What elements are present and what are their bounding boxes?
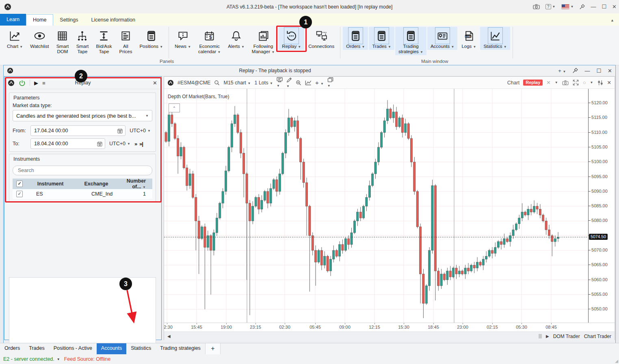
- bottom-tab-trading-strategies[interactable]: Trading strategies: [156, 343, 205, 354]
- ribbon-button-smart-tape[interactable]: Smart Tape: [73, 27, 92, 55]
- close-window-icon[interactable]: ✕: [608, 68, 612, 74]
- minimize-window-icon[interactable]: —: [584, 68, 590, 74]
- to-timezone-select[interactable]: UTC+0▼: [108, 140, 132, 148]
- to-date-field[interactable]: [30, 138, 105, 149]
- language-flag-button[interactable]: ▼: [561, 4, 574, 9]
- collapsed-indicator-box[interactable]: ⌃: [169, 103, 180, 112]
- search-icon[interactable]: [214, 80, 220, 86]
- instrument-row-es[interactable]: ✓ESCME_Ind1: [13, 189, 152, 199]
- chevron-down-icon[interactable]: ▼: [590, 81, 593, 84]
- ribbon-button-orders[interactable]: Orders ▼: [343, 27, 368, 50]
- time-axis[interactable]: 12:3015:4519:0023:1502:3005:4509:0012:15…: [164, 323, 615, 332]
- dom-trader-tab[interactable]: DOM Trader: [553, 334, 580, 339]
- search-input[interactable]: [17, 167, 148, 174]
- chart-plot-area[interactable]: Depth Of Market(Bars, True) ⌃: [164, 89, 589, 323]
- pin-window-button[interactable]: [579, 4, 585, 10]
- ribbon-button-news[interactable]: News ▼: [171, 27, 194, 50]
- layout-templates-button[interactable]: ▼: [327, 77, 333, 88]
- scroll-left-icon[interactable]: ◀: [167, 334, 171, 338]
- ribbon-button-connections[interactable]: Connections: [305, 27, 338, 50]
- grid-icon: [56, 28, 69, 43]
- column-header-number[interactable]: Number of... ▼: [118, 178, 152, 190]
- ribbon-button-statistics[interactable]: Statistics ▼: [480, 27, 510, 50]
- ribbon-button-replay[interactable]: Replay ▼: [279, 27, 304, 50]
- chart-symbol[interactable]: #ESM4@CME: [177, 80, 210, 86]
- skip-to-end-icon[interactable]: »|: [139, 141, 143, 147]
- candlestick-chart[interactable]: [164, 89, 589, 323]
- ribbon-button-alerts[interactable]: Alerts ▼: [225, 27, 248, 50]
- zoom-in-icon[interactable]: [296, 80, 301, 86]
- time-tick: 05:45: [310, 325, 321, 330]
- time-tick: 12:15: [369, 325, 380, 330]
- column-header-exchange[interactable]: Exchange: [74, 181, 118, 187]
- close-button[interactable]: ✕: [612, 4, 617, 10]
- drawing-tools-button[interactable]: ▼: [286, 77, 292, 88]
- screenshot-camera-icon[interactable]: [533, 4, 540, 9]
- bottom-tab-statistics[interactable]: Statistics: [126, 343, 156, 354]
- from-date-field[interactable]: [30, 125, 126, 136]
- bottom-tab-positions-active[interactable]: Positions - Active: [49, 343, 97, 354]
- ribbon-button-bid-ask-tape[interactable]: Bid/Ask Tape: [93, 27, 115, 55]
- from-timezone-select[interactable]: UTC+0▼: [128, 127, 152, 135]
- lots-select[interactable]: 1 Lots ▼: [254, 80, 273, 86]
- ribbon-tab-settings[interactable]: Settings: [53, 15, 84, 26]
- bottom-tab-accounts[interactable]: Accounts: [97, 343, 126, 354]
- ribbon-button-positions[interactable]: Positions ▼: [136, 27, 166, 50]
- row-checkbox[interactable]: ✓: [16, 191, 23, 197]
- feed-source-status: Feed Source: Offline: [64, 356, 110, 362]
- resize-grip[interactable]: ◢: [615, 359, 618, 363]
- ribbon-button-logs[interactable]: LOGLogs ▼: [458, 27, 479, 50]
- ribbon-button-all-prices[interactable]: All Prices: [116, 27, 135, 55]
- ribbon-button-accounts[interactable]: Accounts ▼: [427, 27, 457, 50]
- bottom-tab-orders[interactable]: Orders: [0, 343, 24, 354]
- minimize-button[interactable]: —: [591, 4, 596, 10]
- column-header-instrument[interactable]: Instrument: [26, 181, 74, 187]
- help-button[interactable]: ?▼: [545, 4, 555, 9]
- replay-panel: ▶ ■ Replay ✕ Parameters Market data type…: [4, 76, 162, 340]
- indicators-icon[interactable]: [305, 80, 312, 86]
- ribbon-button-chart[interactable]: Chart ▼: [4, 27, 26, 50]
- ribbon-button-economic-calendar[interactable]: $Economic calendar ▼: [195, 27, 224, 55]
- connection-dropdown-icon[interactable]: ▼: [57, 358, 60, 361]
- price-axis[interactable]: 5120.005115.005110.005105.005100.005095.…: [589, 89, 615, 323]
- skip-forward-icon[interactable]: »: [134, 141, 137, 147]
- add-indicator-button[interactable]: + ▼: [315, 79, 324, 86]
- market-data-type-select[interactable]: Candles and the generated best prices (t…: [13, 110, 152, 121]
- add-panel-button[interactable]: + ▼: [558, 68, 566, 74]
- connection-status[interactable]: E2 - server connected.: [3, 356, 54, 362]
- pin-icon[interactable]: [572, 68, 578, 73]
- maximize-window-icon[interactable]: ☐: [596, 68, 601, 74]
- expand-right-icon[interactable]: ▶: [546, 334, 549, 338]
- ribbon-button-trading-strategies[interactable]: Trading strategies ▼: [395, 27, 426, 55]
- ribbon-tab-home[interactable]: Home: [26, 14, 53, 26]
- display-mode-button[interactable]: ▼: [277, 77, 283, 88]
- timeframe-select[interactable]: M15 chart ▼: [223, 80, 251, 86]
- calendar-clock-icon[interactable]: [97, 141, 102, 146]
- ribbon-button-watchlist[interactable]: Watchlist: [27, 27, 52, 50]
- ribbon-button-following-manager[interactable]: Following Manager ▼: [249, 27, 278, 55]
- to-date-input[interactable]: [33, 140, 97, 147]
- close-panel-icon[interactable]: ✕: [153, 80, 157, 86]
- camera-icon[interactable]: [562, 80, 569, 85]
- theme-circle-icon[interactable]: ○: [583, 80, 586, 86]
- crosshair-off-icon[interactable]: ✕: [546, 80, 550, 86]
- ribbon-tab-learn[interactable]: Learn: [0, 14, 26, 26]
- select-all-checkbox[interactable]: ✓: [16, 181, 23, 187]
- maximize-button[interactable]: ☐: [602, 4, 606, 10]
- ribbon-button-smart-dom[interactable]: Smart DOM: [53, 27, 72, 55]
- ribbon-button-label: Accounts ▼: [431, 44, 454, 49]
- collapse-ribbon-icon[interactable]: ▲: [610, 18, 614, 22]
- add-tab-button[interactable]: +: [205, 343, 221, 354]
- from-date-input[interactable]: [33, 127, 117, 134]
- bottom-tab-trades[interactable]: Trades: [24, 343, 49, 354]
- settings-tools-icon[interactable]: [597, 80, 603, 86]
- search-field[interactable]: [13, 166, 152, 175]
- ribbon-button-trades[interactable]: Trades ▼: [369, 27, 394, 50]
- calendar-clock-icon[interactable]: [117, 128, 123, 134]
- fullscreen-icon[interactable]: [573, 80, 579, 86]
- chart-trader-tab[interactable]: Chart Trader: [584, 334, 611, 339]
- chevron-down-icon[interactable]: ▼: [555, 81, 558, 84]
- close-chart-icon[interactable]: ✕: [607, 80, 611, 86]
- panel-splitter-icon[interactable]: [539, 334, 542, 338]
- ribbon-tab-license-information[interactable]: License information: [85, 15, 142, 26]
